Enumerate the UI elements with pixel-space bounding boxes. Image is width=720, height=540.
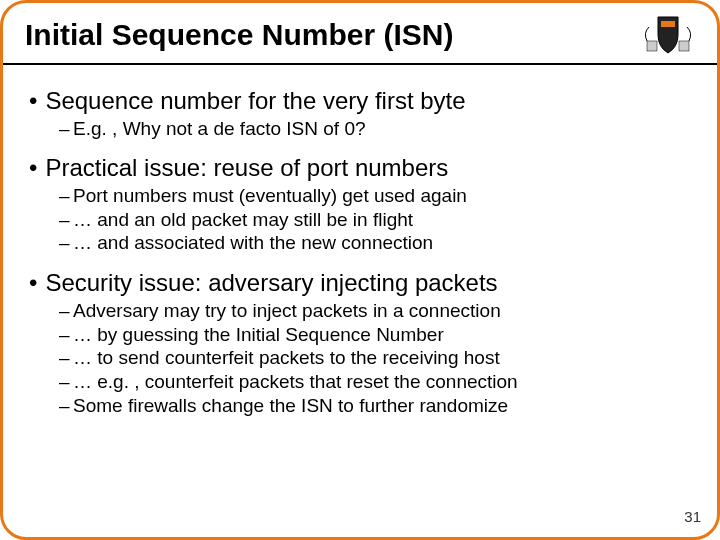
level1-item: • Practical issue: reuse of port numbers [29, 154, 691, 182]
level2-item: –Port numbers must (eventually) get used… [59, 184, 691, 208]
level2-item: –Adversary may try to inject packets in … [59, 299, 691, 323]
level2-text: … and associated with the new connection [73, 232, 433, 253]
level1-item: • Security issue: adversary injecting pa… [29, 269, 691, 297]
level2-item: –… to send counterfeit packets to the re… [59, 346, 691, 370]
level2-item: –… by guessing the Initial Sequence Numb… [59, 323, 691, 347]
svg-rect-0 [661, 21, 675, 27]
level2-item: –E.g. , Why not a de facto ISN of 0? [59, 117, 691, 141]
level2-text: … by guessing the Initial Sequence Numbe… [73, 324, 444, 345]
level1-text: Security issue: adversary injecting pack… [45, 269, 497, 297]
level2-text: Some firewalls change the ISN to further… [73, 395, 508, 416]
bullet-block: • Practical issue: reuse of port numbers… [29, 154, 691, 255]
level2-text: … and an old packet may still be in flig… [73, 209, 413, 230]
bullet-block: • Security issue: adversary injecting pa… [29, 269, 691, 417]
slide-body: • Sequence number for the very first byt… [3, 65, 717, 418]
level2-text: … e.g. , counterfeit packets that reset … [73, 371, 518, 392]
level2-text: Adversary may try to inject packets in a… [73, 300, 501, 321]
title-bar: Initial Sequence Number (ISN) [3, 3, 717, 65]
bullet-dot-icon: • [29, 89, 37, 113]
princeton-shield-logo [641, 13, 695, 57]
svg-rect-2 [679, 41, 689, 51]
level1-item: • Sequence number for the very first byt… [29, 87, 691, 115]
level2-item: –… e.g. , counterfeit packets that reset… [59, 370, 691, 394]
level2-item: –… and an old packet may still be in fli… [59, 208, 691, 232]
level1-text: Sequence number for the very first byte [45, 87, 465, 115]
svg-rect-1 [647, 41, 657, 51]
level2-item: –… and associated with the new connectio… [59, 231, 691, 255]
bullet-dot-icon: • [29, 156, 37, 180]
level2-text: Port numbers must (eventually) get used … [73, 185, 467, 206]
slide-frame: Initial Sequence Number (ISN) • Sequence… [0, 0, 720, 540]
level2-item: –Some firewalls change the ISN to furthe… [59, 394, 691, 418]
level2-text: E.g. , Why not a de facto ISN of 0? [73, 118, 366, 139]
slide-title: Initial Sequence Number (ISN) [25, 18, 453, 52]
level2-text: … to send counterfeit packets to the rec… [73, 347, 500, 368]
level1-text: Practical issue: reuse of port numbers [45, 154, 448, 182]
bullet-block: • Sequence number for the very first byt… [29, 87, 691, 140]
page-number: 31 [684, 508, 701, 525]
bullet-dot-icon: • [29, 271, 37, 295]
